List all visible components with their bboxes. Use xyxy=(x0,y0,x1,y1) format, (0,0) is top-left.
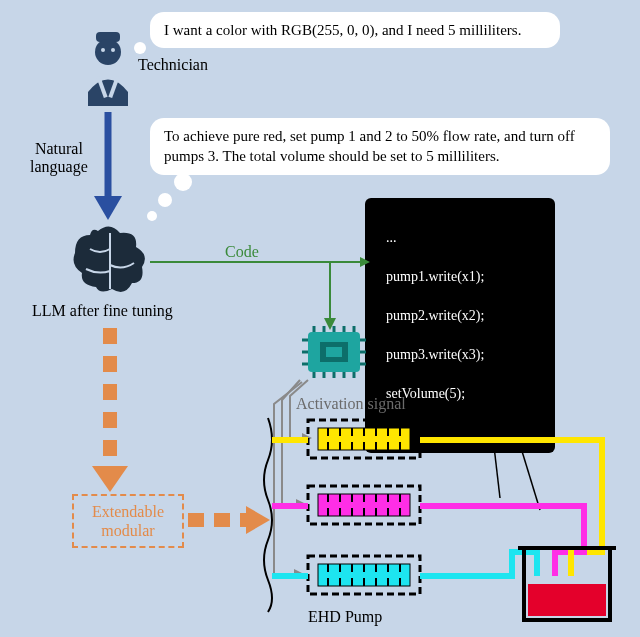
arduino-icon xyxy=(302,326,366,378)
svg-line-38 xyxy=(490,412,500,498)
wavy-line-icon xyxy=(264,418,272,612)
svg-line-39 xyxy=(510,412,540,510)
technician-icon xyxy=(88,32,128,106)
svg-marker-33 xyxy=(246,506,270,534)
svg-rect-92 xyxy=(552,550,558,576)
svg-rect-91 xyxy=(534,550,540,576)
thought-dot xyxy=(147,211,157,221)
svg-rect-13 xyxy=(326,347,342,357)
thought-dot xyxy=(158,193,172,207)
brain-icon xyxy=(74,226,145,291)
activation-signal-lines xyxy=(274,380,312,579)
color-fluid-leaders xyxy=(452,412,540,510)
svg-marker-31 xyxy=(92,466,128,492)
svg-marker-10 xyxy=(360,257,370,267)
svg-point-3 xyxy=(111,48,115,52)
arrow-extendable-down xyxy=(92,328,128,492)
arrow-extendable-right xyxy=(188,506,270,534)
svg-marker-7 xyxy=(94,196,122,220)
ehd-pump-cyan xyxy=(308,556,420,594)
svg-line-37 xyxy=(452,412,470,440)
arrow-code xyxy=(150,257,370,330)
svg-rect-90 xyxy=(528,584,606,616)
beaker-icon xyxy=(518,548,616,620)
arrow-natural-language xyxy=(94,112,122,220)
svg-point-2 xyxy=(101,48,105,52)
svg-rect-93 xyxy=(568,550,574,576)
ehd-pump-magenta xyxy=(308,486,420,524)
thought-dot xyxy=(134,42,146,54)
ehd-pump-yellow xyxy=(308,420,420,458)
diagram-svg xyxy=(0,0,640,637)
thought-dot xyxy=(174,173,192,191)
svg-point-1 xyxy=(95,39,121,65)
